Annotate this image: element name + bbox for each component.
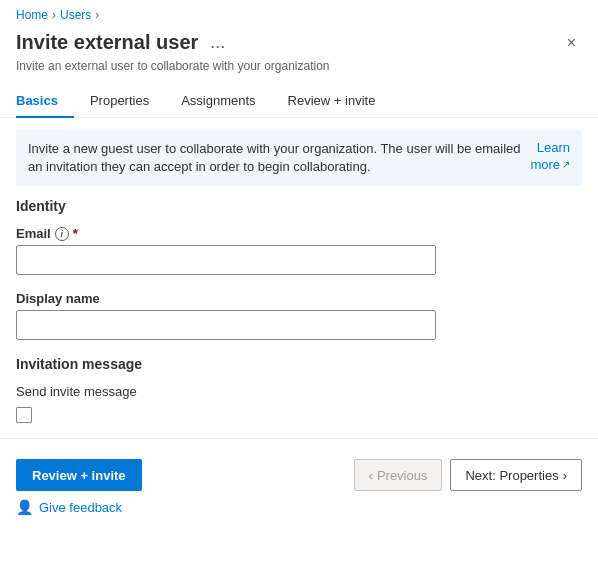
info-banner: Invite a new guest user to collaborate w… — [16, 130, 582, 186]
breadcrumb: Home › Users › — [0, 0, 598, 26]
display-name-field-group: Display name — [16, 291, 582, 340]
learn-more-line1: Learn — [537, 140, 570, 155]
ellipsis-button[interactable]: ... — [206, 30, 229, 55]
next-icon: › — [563, 468, 567, 483]
info-banner-text: Invite a new guest user to collaborate w… — [28, 140, 522, 176]
tab-properties[interactable]: Properties — [74, 85, 165, 118]
page-subtitle: Invite an external user to collaborate w… — [0, 59, 598, 85]
send-invite-label: Send invite message — [16, 384, 137, 399]
footer: Review + invite ‹ Previous Next: Propert… — [0, 451, 598, 499]
identity-section: Identity Email i * Display name — [0, 198, 598, 340]
send-invite-checkbox-wrapper — [16, 407, 582, 426]
footer-divider — [0, 438, 598, 439]
display-name-input[interactable] — [16, 310, 436, 340]
tab-bar: Basics Properties Assignments Review + i… — [0, 85, 598, 118]
send-invite-row: Send invite message — [16, 384, 582, 399]
close-button[interactable]: × — [561, 32, 582, 54]
identity-section-title: Identity — [16, 198, 582, 214]
tab-review-invite[interactable]: Review + invite — [272, 85, 392, 118]
breadcrumb-sep-2: › — [95, 8, 99, 22]
next-properties-button[interactable]: Next: Properties › — [450, 459, 582, 491]
prev-icon: ‹ — [369, 468, 373, 483]
learn-more-link[interactable]: Learn more ↗ — [530, 140, 570, 172]
review-invite-button[interactable]: Review + invite — [16, 459, 142, 491]
breadcrumb-users[interactable]: Users — [60, 8, 91, 22]
tab-assignments[interactable]: Assignments — [165, 85, 271, 118]
feedback-icon: 👤 — [16, 499, 33, 515]
invitation-section: Invitation message Send invite message — [0, 356, 598, 426]
display-name-label: Display name — [16, 291, 582, 306]
external-link-icon: ↗ — [562, 159, 570, 170]
email-field-group: Email i * — [16, 226, 582, 275]
email-required-marker: * — [73, 226, 78, 241]
learn-more-line2: more ↗ — [530, 157, 570, 172]
give-feedback-button[interactable]: 👤 Give feedback — [16, 499, 122, 515]
nav-group: ‹ Previous Next: Properties › — [354, 459, 582, 491]
header-left: Invite external user ... — [16, 30, 229, 55]
page-header: Invite external user ... × — [0, 26, 598, 59]
email-info-icon[interactable]: i — [55, 227, 69, 241]
previous-button[interactable]: ‹ Previous — [354, 459, 443, 491]
page-title: Invite external user — [16, 31, 198, 54]
feedback-row: 👤 Give feedback — [0, 499, 598, 523]
email-label: Email i * — [16, 226, 582, 241]
email-input[interactable] — [16, 245, 436, 275]
send-invite-checkbox[interactable] — [16, 407, 32, 423]
invitation-section-title: Invitation message — [16, 356, 582, 372]
breadcrumb-home[interactable]: Home — [16, 8, 48, 22]
tab-basics[interactable]: Basics — [16, 85, 74, 118]
breadcrumb-sep-1: › — [52, 8, 56, 22]
